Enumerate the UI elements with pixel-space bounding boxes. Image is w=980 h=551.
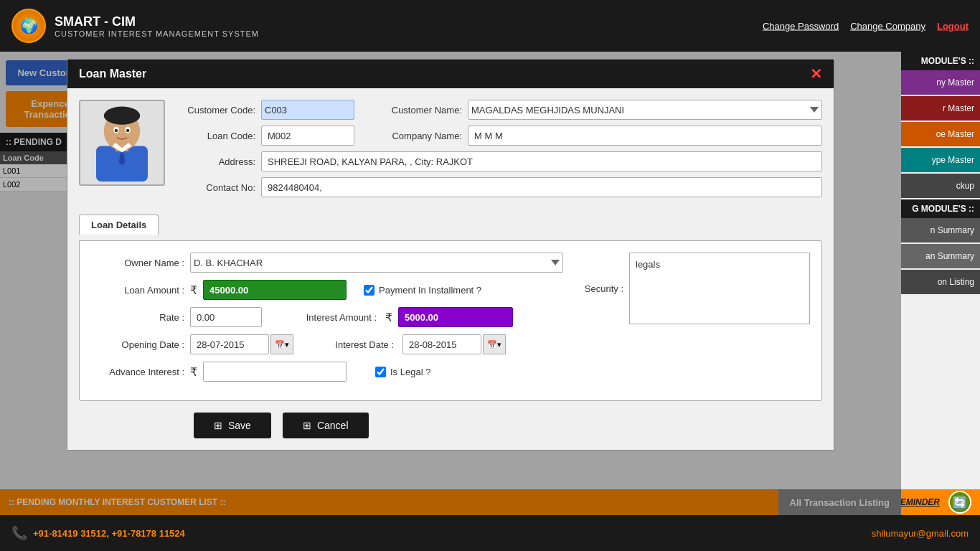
footer-left: 📞 +91-81419 31512, +91-78178 11524 bbox=[11, 525, 185, 541]
action-buttons: ⊞ Save ⊞ Cancel bbox=[79, 413, 822, 438]
loan-code-label: Loan Code: bbox=[176, 131, 255, 141]
loan-amount-row: Loan Amount : ₹ Payment In Installment ? bbox=[91, 280, 563, 300]
contact-input[interactable] bbox=[261, 177, 822, 197]
modules-header2: G MODULE'S :: bbox=[901, 199, 980, 218]
loan-amount-label: Loan Amount : bbox=[91, 285, 184, 296]
dialog-overlay: Loan Master ✕ bbox=[0, 52, 901, 515]
opening-date-calendar[interactable]: 📅▾ bbox=[270, 334, 293, 354]
owner-name-row: Owner Name : D. B. KHACHAR bbox=[91, 253, 563, 273]
change-company-link[interactable]: Change Company bbox=[850, 21, 925, 32]
loan-master-dialog: Loan Master ✕ bbox=[67, 59, 834, 451]
refresh-button[interactable]: 🔄 bbox=[948, 491, 971, 514]
owner-name-label: Owner Name : bbox=[91, 258, 184, 268]
sidebar-btn-loan-summary[interactable]: n Summary bbox=[901, 218, 980, 242]
is-legal-check: Is Legal ? bbox=[375, 367, 430, 377]
cancel-button[interactable]: ⊞ Cancel bbox=[283, 413, 369, 438]
interest-amount-label: Interest Amount : bbox=[291, 312, 377, 323]
rupee-icon-loan: ₹ bbox=[190, 283, 197, 297]
tab-content: Owner Name : D. B. KHACHAR Loan Amount :… bbox=[79, 240, 822, 401]
svg-point-4 bbox=[104, 107, 140, 125]
header-links: Change Password Change Company Logout bbox=[763, 21, 969, 32]
footer-email: shilumayur@gmail.com bbox=[872, 528, 969, 539]
svg-point-8 bbox=[126, 129, 130, 133]
footer: 📞 +91-81419 31512, +91-78178 11524 shilu… bbox=[0, 515, 980, 551]
customer-code-row: Customer Code: C003 Customer Name: MAGAL… bbox=[176, 100, 822, 120]
is-legal-label: Is Legal ? bbox=[390, 367, 430, 377]
app-logo: 🌍 bbox=[11, 9, 46, 43]
contact-row: Contact No: bbox=[176, 177, 822, 197]
customer-name-select[interactable]: MAGALDAS MEGHJIDAS MUNJANI bbox=[468, 100, 822, 120]
sidebar-btn-listing[interactable]: on Listing bbox=[901, 270, 980, 294]
save-icon: ⊞ bbox=[214, 420, 222, 431]
address-row: Address: bbox=[176, 151, 822, 171]
rate-label: Rate : bbox=[91, 312, 184, 323]
footer-phone: +91-81419 31512, +91-78178 11524 bbox=[33, 528, 185, 539]
customer-fields: Customer Code: C003 Customer Name: MAGAL… bbox=[176, 100, 822, 203]
svg-point-7 bbox=[115, 129, 118, 133]
company-name-label: Company Name: bbox=[383, 131, 462, 141]
save-label: Save bbox=[228, 420, 251, 431]
sidebar-btn-company-master[interactable]: ny Master bbox=[901, 70, 980, 95]
customer-name-label: Customer Name: bbox=[383, 105, 462, 116]
cancel-icon: ⊞ bbox=[303, 420, 311, 431]
sidebar-btn-r-master[interactable]: r Master bbox=[901, 96, 980, 121]
rupee-icon-interest: ₹ bbox=[385, 311, 392, 324]
opening-date-wrap: 📅▾ bbox=[190, 334, 293, 354]
owner-name-select[interactable]: D. B. KHACHAR bbox=[190, 253, 563, 273]
rupee-icon-advance: ₹ bbox=[190, 365, 197, 379]
security-label: Security : bbox=[580, 283, 623, 294]
advance-interest-input[interactable] bbox=[203, 362, 347, 382]
advance-interest-label: Advance Interest : bbox=[91, 367, 184, 377]
dialog-header: Loan Master ✕ bbox=[67, 60, 834, 88]
dialog-close-button[interactable]: ✕ bbox=[810, 65, 822, 83]
loan-code-row: Loan Code: Company Name: bbox=[176, 126, 822, 146]
customer-info-section: Customer Code: C003 Customer Name: MAGAL… bbox=[79, 100, 822, 203]
tabs: Loan Details bbox=[79, 215, 822, 235]
advance-interest-row: Advance Interest : ₹ Is Legal ? bbox=[91, 362, 563, 382]
payment-installment-check: Payment In Installment ? bbox=[364, 285, 481, 296]
loan-amount-input[interactable] bbox=[203, 280, 347, 300]
rate-input[interactable] bbox=[190, 307, 262, 327]
dialog-body: Customer Code: C003 Customer Name: MAGAL… bbox=[67, 88, 834, 450]
customer-code-select[interactable]: C003 bbox=[261, 100, 354, 120]
company-name-input[interactable] bbox=[468, 126, 822, 146]
sidebar-btn-oe-master[interactable]: oe Master bbox=[901, 122, 980, 146]
opening-date-input[interactable] bbox=[190, 334, 269, 354]
opening-date-label: Opening Date : bbox=[91, 339, 184, 350]
modules-header: MODULE'S :: bbox=[901, 52, 980, 70]
address-input[interactable] bbox=[261, 151, 822, 171]
change-password-link[interactable]: Change Password bbox=[763, 21, 839, 32]
sidebar-btn-backup[interactable]: ckup bbox=[901, 174, 980, 198]
avatar bbox=[79, 100, 165, 186]
save-button[interactable]: ⊞ Save bbox=[194, 413, 271, 438]
loan-left-panel: Owner Name : D. B. KHACHAR Loan Amount :… bbox=[91, 253, 563, 389]
dates-row: Opening Date : 📅▾ Interest Date : 📅▾ bbox=[91, 334, 563, 354]
interest-date-label: Interest Date : bbox=[322, 339, 394, 350]
payment-installment-label: Payment In Installment ? bbox=[379, 285, 481, 296]
customer-code-label: Customer Code: bbox=[176, 105, 255, 116]
is-legal-checkbox[interactable] bbox=[375, 367, 386, 377]
interest-date-input[interactable] bbox=[402, 334, 481, 354]
interest-date-calendar[interactable]: 📅▾ bbox=[483, 334, 506, 354]
security-row: Security : legals bbox=[580, 253, 810, 324]
phone-icon: 📞 bbox=[11, 525, 27, 541]
address-label: Address: bbox=[176, 156, 255, 167]
cancel-label: Cancel bbox=[317, 420, 349, 431]
security-textarea[interactable]: legals bbox=[629, 253, 810, 324]
payment-installment-checkbox[interactable] bbox=[364, 285, 374, 296]
tab-loan-details[interactable]: Loan Details bbox=[79, 215, 159, 235]
security-panel: Security : legals bbox=[580, 253, 810, 389]
interest-amount-input[interactable] bbox=[398, 307, 513, 327]
loan-details-layout: Owner Name : D. B. KHACHAR Loan Amount :… bbox=[91, 253, 810, 389]
sidebar-btn-type-master[interactable]: ype Master bbox=[901, 148, 980, 172]
logout-link[interactable]: Logout bbox=[937, 21, 969, 32]
sidebar-btn-int-summary[interactable]: an Summary bbox=[901, 244, 980, 268]
app-name: SMART - CIM bbox=[55, 14, 259, 29]
contact-label: Contact No: bbox=[176, 182, 255, 193]
loan-code-input[interactable] bbox=[261, 126, 354, 146]
right-sidebar: MODULE'S :: ny Master r Master oe Master… bbox=[901, 52, 980, 515]
app-title: SMART - CIM CUSTOMER INTEREST MANAGEMENT… bbox=[55, 14, 259, 38]
interest-date-wrap: 📅▾ bbox=[402, 334, 506, 354]
header: 🌍 SMART - CIM CUSTOMER INTEREST MANAGEME… bbox=[0, 0, 980, 52]
dialog-title: Loan Master bbox=[79, 67, 146, 80]
